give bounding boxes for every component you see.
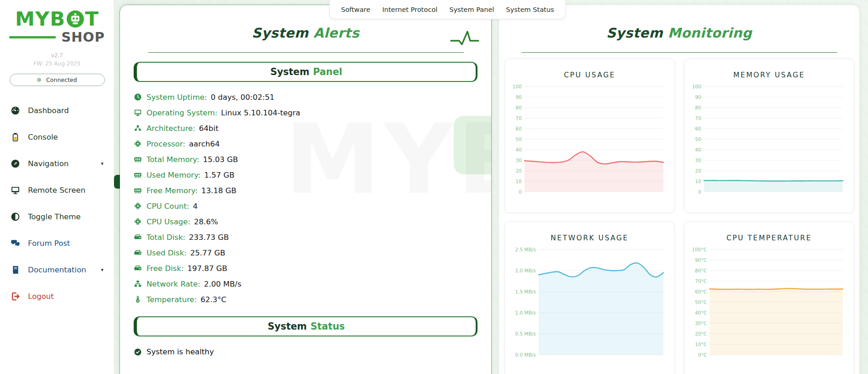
info-row-architecture: Architecture:64bit	[134, 120, 477, 136]
sidebar-item-label: Dashboard	[28, 106, 69, 115]
svg-text:30: 30	[515, 157, 521, 163]
chart-title: CPU TEMPERATURE	[690, 234, 848, 242]
info-label: Free Disk:	[146, 264, 184, 273]
svg-text:70: 70	[695, 115, 701, 121]
svg-text:80: 80	[695, 105, 701, 110]
chart-card-cpu-temperature: CPU TEMPERATURE100°C90°C80°C70°C60°C50°C…	[684, 222, 854, 374]
dashboard-icon	[11, 106, 20, 115]
info-label: System Uptime:	[146, 93, 207, 102]
chart-plot-cpu-usage: 1009080706050403020100	[510, 82, 669, 200]
info-label: Processor:	[146, 140, 185, 148]
memory-icon	[134, 186, 142, 195]
chart-plot-network-usage: 2.5 MB/s2.0 MB/s1.5 MB/s1.0 MB/s0.5 MB/s…	[510, 245, 669, 363]
svg-text:60°C: 60°C	[695, 289, 707, 294]
sidebar-item-forum-post[interactable]: Forum Post	[0, 230, 114, 256]
info-value: 0 days, 00:02:51	[211, 93, 274, 102]
info-value: 2.00 MB/s	[204, 280, 242, 288]
info-row-cpu-count: CPU Count:4	[134, 198, 477, 214]
alerts-title: System Alerts	[120, 25, 491, 41]
svg-text:0°C: 0°C	[698, 352, 707, 358]
health-status-text: System is healthy	[146, 347, 214, 356]
nav-internet-protocol[interactable]: Internet Protocol	[376, 6, 444, 13]
theme-icon	[11, 212, 20, 222]
sidebar-item-toggle-theme[interactable]: Toggle Theme	[0, 203, 114, 230]
app-version: v2.7	[0, 52, 114, 59]
info-label: Used Disk:	[146, 249, 187, 257]
svg-text:60: 60	[695, 126, 701, 131]
chart-plot-cpu-temperature: 100°C90°C80°C70°C60°C50°C40°C30°C20°C10°…	[690, 245, 848, 363]
nav-software[interactable]: Software	[335, 6, 376, 13]
info-value: 13.18 GB	[201, 186, 237, 195]
svg-text:0: 0	[698, 189, 701, 195]
monitor-icon	[134, 108, 142, 117]
nav-system-panel[interactable]: System Panel	[444, 6, 500, 13]
svg-text:30°C: 30°C	[695, 320, 707, 326]
top-nav: SoftwareInternet ProtocolSystem PanelSys…	[329, 0, 566, 19]
info-row-cpu-usage: CPU Usage:28.6%	[134, 214, 477, 229]
sidebar-item-documentation[interactable]: Documentation▾	[0, 256, 114, 283]
svg-text:40: 40	[695, 147, 701, 152]
info-value: 233.73 GB	[189, 233, 229, 242]
info-label: Temperature:	[146, 295, 197, 304]
sidebar: MYB T SHOP v2.7 FW: 25 Aug 2025 Connecte…	[0, 0, 114, 374]
info-value: 197.87 GB	[187, 264, 227, 273]
sidebar-item-dashboard[interactable]: Dashboard	[0, 97, 114, 124]
chart-plot-memory-usage: 1009080706050403020100	[690, 82, 848, 200]
logo-shop-text: SHOP	[61, 31, 105, 44]
alerts-title-main: System	[252, 25, 309, 41]
chart-card-network-usage: NETWORK USAGE2.5 MB/s2.0 MB/s1.5 MB/s1.0…	[505, 222, 675, 374]
sidebar-item-logout[interactable]: Logout	[0, 283, 114, 309]
info-value: 15.03 GB	[203, 155, 238, 164]
info-value: 28.6%	[194, 217, 218, 226]
nav-system-status[interactable]: System Status	[500, 6, 560, 13]
info-row-used-memory: Used Memory:1.57 GB	[134, 167, 477, 183]
svg-text:10: 10	[515, 179, 521, 184]
svg-text:90°C: 90°C	[695, 257, 707, 263]
chart-title: CPU USAGE	[510, 71, 669, 79]
system-status-header: System Status	[134, 316, 477, 336]
microchip-icon	[134, 217, 142, 226]
system-status-header-main: System	[268, 321, 307, 332]
sidebar-item-label: Forum Post	[28, 239, 70, 248]
svg-text:100°C: 100°C	[692, 247, 707, 252]
status-label: Connected	[46, 76, 77, 83]
svg-text:100: 100	[692, 84, 701, 89]
svg-text:60: 60	[515, 126, 521, 131]
info-row-network-rate: Network Rate:2.00 MB/s	[134, 276, 477, 292]
robot-logo-icon	[66, 10, 85, 28]
sitemap-icon	[134, 124, 142, 132]
sidebar-item-console[interactable]: Console	[0, 124, 114, 150]
hdd-icon	[134, 233, 142, 241]
logout-icon	[11, 292, 20, 301]
sidebar-item-label: Documentation	[28, 266, 86, 274]
chevron-down-icon: ▾	[101, 267, 103, 273]
logo-underline	[9, 36, 56, 38]
info-value: 25.77 GB	[190, 249, 226, 257]
alerts-title-underline	[148, 52, 464, 53]
svg-text:80: 80	[515, 105, 521, 110]
monitoring-title-accent: Monitoring	[668, 25, 752, 41]
monitoring-title-underline	[521, 52, 837, 53]
svg-text:80°C: 80°C	[695, 268, 707, 273]
chevron-down-icon: ▾	[101, 161, 103, 167]
sidebar-item-label: Toggle Theme	[28, 212, 81, 221]
svg-text:70: 70	[515, 115, 521, 121]
alerts-title-accent: Alerts	[313, 25, 359, 41]
system-panel-header-main: System	[270, 66, 309, 77]
sidebar-item-navigation[interactable]: Navigation▾	[0, 150, 114, 177]
panel-collapse-handle[interactable]	[114, 175, 120, 189]
hdd-icon	[134, 249, 142, 257]
logo-text-part1: MYB	[15, 9, 65, 29]
svg-text:40°C: 40°C	[695, 310, 707, 315]
info-value: Linux 5.10.104-tegra	[221, 108, 300, 117]
system-panel-header-accent: Panel	[313, 66, 342, 77]
svg-text:0.0 MB/s: 0.0 MB/s	[515, 352, 536, 358]
svg-text:50: 50	[515, 136, 521, 142]
book-icon	[11, 265, 20, 275]
sidebar-item-label: Logout	[28, 292, 54, 301]
battery-icon	[11, 132, 20, 142]
info-row-temperature: Temperature:62.3°C	[134, 292, 477, 307]
svg-text:30: 30	[695, 157, 701, 163]
info-row-operating-system: Operating System:Linux 5.10.104-tegra	[134, 105, 477, 120]
sidebar-item-remote-screen[interactable]: Remote Screen	[0, 177, 114, 203]
